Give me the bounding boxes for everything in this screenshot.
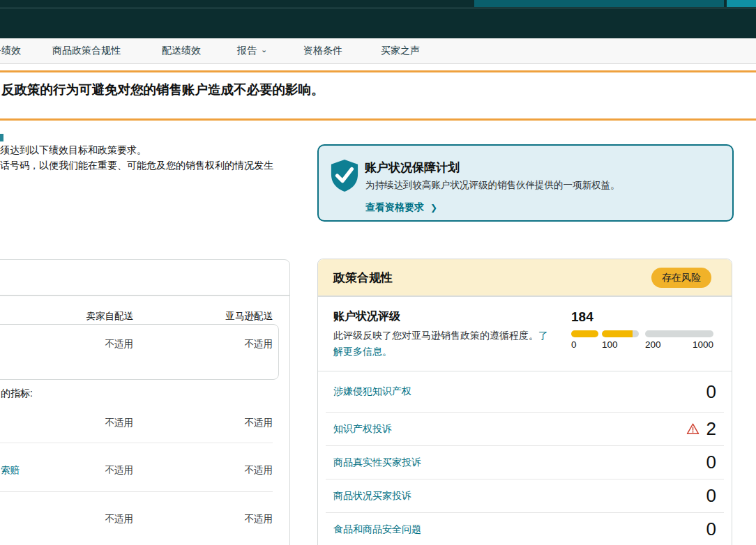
rating-bar-segment-2: [602, 330, 639, 337]
tab-shipping-performance[interactable]: 配送绩效: [162, 45, 201, 57]
tab-voice-of-customer[interactable]: 买家之声: [381, 45, 420, 57]
issue-link[interactable]: 商品状况买家投诉: [333, 490, 411, 502]
summary-value-sfp: 不适用: [105, 338, 134, 351]
claims-link[interactable]: 索赔: [1, 464, 20, 477]
scale-label-100: 100: [602, 339, 618, 350]
tab-reports[interactable]: 报告⌄: [237, 45, 267, 57]
tab-service-performance[interactable]: 务绩效: [0, 45, 21, 57]
intro-line-1: 须达到以下绩效目标和政策要求。: [0, 144, 146, 157]
warning-icon: [686, 423, 700, 435]
account-health-assurance-card: 账户状况保障计划 为持续达到较高账户状况评级的销售伙伴提供的一项新权益。 查看资…: [317, 144, 734, 222]
rating-scale-labels: 0 100 200 1000: [571, 339, 713, 351]
metrics-summary-box: [0, 324, 279, 380]
policy-card-header: 政策合规性 存在风险: [318, 259, 732, 297]
rating-progress-bar: [571, 330, 713, 337]
account-health-rating-title: 账户状况评级: [333, 309, 400, 324]
risk-status-badge: 存在风险: [651, 268, 711, 288]
issue-row-suspected-ip: 涉嫌侵犯知识产权 0: [318, 371, 732, 412]
issue-link[interactable]: 食品和商品安全问题: [333, 523, 421, 536]
issue-link[interactable]: 知识产权投诉: [333, 423, 392, 436]
banner-top-border: [0, 70, 756, 72]
rating-bar-segment-1: [571, 330, 598, 337]
account-health-page: 务绩效 商品政策合规性 配送绩效 报告⌄ 资格条件 买家之声 反政策的行为可避免…: [0, 0, 756, 545]
issue-row-food-safety: 食品和商品安全问题 0: [318, 513, 732, 545]
search-input[interactable]: [474, 0, 724, 7]
nav-bar: 务绩效 商品政策合规性 配送绩效 报告⌄ 资格条件 买家之声: [0, 38, 756, 64]
scale-label-200: 200: [645, 339, 661, 350]
metric-value: 不适用: [245, 417, 273, 429]
policy-card-title: 政策合规性: [333, 270, 393, 286]
rating-bar-segment-3: [645, 330, 713, 337]
column-header-fulfilled-by-amazon: 亚马逊配送: [226, 310, 273, 323]
app-header: [0, 8, 756, 38]
metric-value: 不适用: [245, 513, 273, 525]
performance-metrics-card: 卖家自配送 亚马逊配送 不适用 不适用 的指标: 不适用 不适用 索赔 不适用 …: [0, 259, 290, 545]
row-divider: [0, 491, 273, 492]
metric-value: 不适用: [245, 464, 273, 477]
banner-bottom-border: [0, 118, 756, 121]
issue-count: 0: [706, 485, 716, 507]
metric-value: 不适用: [105, 464, 134, 477]
issue-row-authenticity-complaints: 商品真实性买家投诉 0: [318, 446, 732, 479]
issue-count: 0: [706, 452, 716, 473]
metric-value: 不适用: [105, 513, 134, 525]
scale-label-0: 0: [571, 339, 577, 350]
rating-bar-fill: [602, 330, 633, 337]
summary-value-fba: 不适用: [245, 338, 273, 351]
view-eligibility-link[interactable]: 查看资格要求❯: [365, 201, 437, 214]
tab-eligibility[interactable]: 资格条件: [303, 45, 342, 57]
metrics-card-header: [0, 260, 289, 296]
issue-link[interactable]: 涉嫌侵犯知识产权: [333, 385, 411, 398]
clipped-link-fragment: [0, 134, 3, 141]
search-button[interactable]: [727, 0, 756, 7]
intro-line-2: 话号码，以便我们能在重要、可能危及您的销售权利的情况发生: [0, 160, 273, 172]
account-health-rating-description: 此评级反映了您对亚马逊销售政策的遵循程度。了解更多信息。: [333, 328, 553, 360]
row-divider: [0, 443, 273, 443]
issue-row-ip-complaints: 知识产权投诉 2: [318, 413, 732, 445]
tab-product-policy-compliance[interactable]: 商品政策合规性: [52, 45, 121, 57]
chevron-right-icon: ❯: [430, 203, 437, 213]
policy-issues-list: 涉嫌侵犯知识产权 0 知识产权投诉 2: [318, 371, 732, 545]
issue-link[interactable]: 商品真实性买家投诉: [333, 456, 421, 469]
banner-message: 反政策的行为可避免对您的销售账户造成不必要的影响。: [1, 81, 324, 98]
scale-label-1000: 1000: [693, 339, 713, 350]
chevron-down-icon: ⌄: [261, 45, 267, 54]
account-health-rating-score: 184: [571, 309, 594, 325]
issue-count: 2: [706, 418, 716, 440]
metric-value: 不适用: [105, 417, 134, 429]
issue-count: 0: [706, 519, 716, 540]
column-header-seller-fulfilled: 卖家自配送: [86, 310, 134, 323]
issue-count: 0: [706, 381, 716, 403]
policy-compliance-card: 政策合规性 存在风险 账户状况评级 此评级反映了您对亚马逊销售政策的遵循程度。了…: [317, 259, 732, 545]
shield-check-icon: [330, 159, 359, 195]
assurance-card-title: 账户状况保障计划: [365, 160, 460, 176]
assurance-card-description: 为持续达到较高账户状况评级的销售伙伴提供的一项新权益。: [365, 179, 620, 192]
metrics-section-label: 的指标:: [1, 387, 33, 400]
issue-row-condition-complaints: 商品状况买家投诉 0: [318, 479, 732, 512]
